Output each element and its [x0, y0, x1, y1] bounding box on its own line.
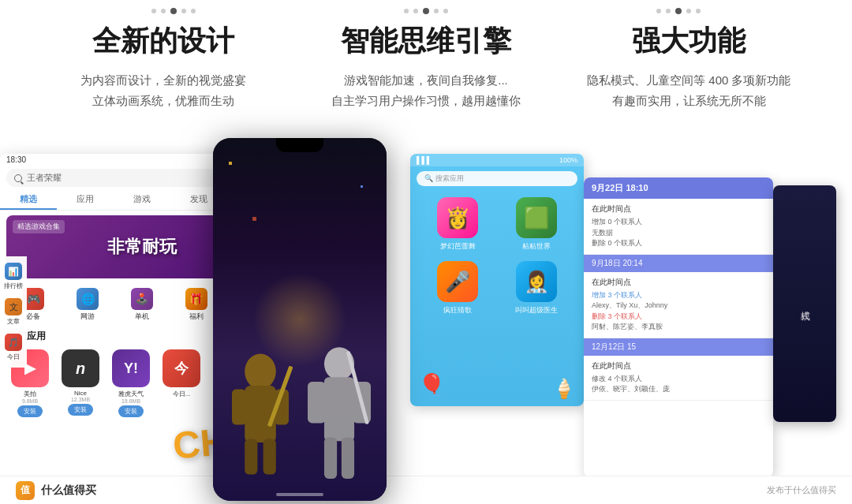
log-header-1: 9月22日 18:10: [584, 177, 773, 199]
rt-app-icon-1: 👸: [437, 197, 478, 238]
dots-left: [151, 8, 196, 14]
log-entry-3-1: 修改 4 个联系人: [592, 374, 765, 385]
dot-r4[interactable]: [686, 9, 691, 13]
tab-games[interactable]: 游戏: [114, 190, 170, 210]
phone-notch: [276, 138, 323, 152]
dot-r5[interactable]: [696, 9, 701, 13]
tab-apps[interactable]: 应用: [57, 190, 114, 210]
log-block-1: 在此时间点 增加 0 个联系人 无数据 删除 0 个联系人: [584, 199, 773, 255]
logo-text: 什么值得买: [41, 483, 96, 498]
dot-c3-active[interactable]: [423, 8, 429, 14]
logo-icon: 值: [16, 481, 35, 500]
sidebar-rank: 📊 排行榜 文 文章 🎵 今日: [0, 256, 27, 368]
article-icon: 文: [5, 298, 22, 315]
dot-c1[interactable]: [404, 9, 409, 13]
dot-5[interactable]: [191, 9, 196, 13]
app-name-meipai: 美拍: [24, 390, 36, 398]
install-btn-yahoo[interactable]: 安装: [118, 405, 144, 417]
col-ai-title: 智能思维引擎: [308, 22, 544, 61]
col-features-desc: 隐私模式、儿童空间等 400 多项新功能 有趣而实用，让系统无所不能: [570, 70, 807, 110]
app-name-today: 今日...: [173, 390, 191, 398]
app-size-yahoo: 19.8MB: [121, 398, 140, 404]
col-design-desc: 为内容而设计，全新的视觉盛宴 立体动画系统，优雅而生动: [45, 70, 282, 110]
cat-icon-online: 🌐: [77, 288, 99, 310]
sidebar-today-item[interactable]: 🎵 今日: [3, 334, 24, 361]
dot-r1[interactable]: [656, 9, 661, 13]
dot-1[interactable]: [151, 9, 156, 13]
log-entry-2-1: 增加 3 个联系人: [592, 290, 765, 301]
today-icon: 🎵: [5, 334, 22, 351]
sidebar-rank-item[interactable]: 📊 排行榜: [3, 263, 24, 290]
rt-search-bar[interactable]: 🔍 搜索应用: [417, 171, 577, 186]
featured-label: 精选游戏合集: [13, 220, 65, 233]
dot-c2[interactable]: [413, 9, 418, 13]
cat-label-essential: 必备: [26, 312, 40, 322]
app-icon-nice: n: [62, 349, 99, 387]
log-block-2: 在此时间点 增加 3 个联系人 Alexy、Tily Xu、Johnny 删除 …: [584, 272, 773, 338]
game-background: [213, 138, 387, 501]
balloon-decoration: 🎈: [418, 372, 446, 398]
dots-indicator: [0, 0, 852, 14]
log-block-3: 在此时间点 修改 4 个联系人 伊依、晓宇、刘颖佳、庞: [584, 356, 773, 401]
log-entry-1-2: 无数据: [592, 228, 765, 239]
rt-signal: ▌▌▌: [417, 156, 432, 164]
particle1: [229, 162, 232, 165]
rt-app-2[interactable]: 🟩 粘粘世界: [502, 197, 571, 252]
rt-app-icon-3: 🎤: [437, 261, 478, 302]
log-entry-2-2: Alexy、Tily Xu、Johnny: [592, 301, 765, 312]
rt-app-name-2: 粘粘世界: [522, 241, 551, 252]
app-nice[interactable]: n Nice 12.3MB 安装: [58, 349, 103, 417]
app-size-meipai: 9.8MB: [22, 398, 38, 404]
publish-text: 发布于什么值得买: [767, 484, 836, 496]
dot-2[interactable]: [161, 9, 166, 13]
today-label: 今日: [7, 353, 20, 361]
icecream-decoration: 🍦: [552, 378, 576, 400]
svg-rect-2: [232, 390, 246, 425]
sidebar-article-item[interactable]: 文 文章: [3, 298, 24, 326]
log-title-1: 在此时间点: [592, 203, 765, 215]
dot-3-active[interactable]: [170, 8, 177, 14]
cat-single[interactable]: 🕹️ 单机: [131, 288, 153, 322]
dot-c4[interactable]: [434, 9, 439, 13]
svg-rect-4: [245, 439, 257, 475]
logo-area: 值 什么值得买: [16, 481, 96, 500]
tab-featured[interactable]: 精选: [0, 190, 57, 210]
cat-welfare[interactable]: 🎁 福利: [185, 288, 207, 322]
svg-rect-5: [263, 439, 276, 475]
dot-c5[interactable]: [443, 9, 448, 13]
install-btn-nice[interactable]: 安装: [68, 404, 93, 416]
rank-label: 排行榜: [4, 282, 23, 290]
col-design-title: 全新的设计: [45, 22, 282, 61]
dot-r3-active[interactable]: [675, 8, 682, 14]
rt-app-3[interactable]: 🎤 疯狂猜歌: [423, 261, 492, 315]
search-text: 王者荣耀: [27, 172, 62, 184]
app-name-nice: Nice: [74, 390, 87, 397]
app-icon-today: 今: [163, 349, 200, 387]
rt-app-4[interactable]: 👩‍⚕️ 叫叫超级医生: [502, 261, 571, 315]
mid-phone: [213, 138, 387, 501]
character1-silhouette: [225, 343, 296, 485]
rt-app-name-4: 叫叫超级医生: [515, 305, 558, 315]
rt-app-1[interactable]: 👸 梦幻芭蕾舞: [423, 197, 492, 252]
rt-apps-grid: 👸 梦幻芭蕾舞 🟩 粘粘世界 🎤 疯狂猜歌 👩‍⚕️ 叫叫超级医生: [410, 191, 584, 322]
dot-r2[interactable]: [666, 9, 671, 13]
log-entry-1-3: 删除 0 个联系人: [592, 238, 765, 249]
svg-rect-8: [324, 377, 354, 441]
app-today[interactable]: 今 今日...: [159, 349, 204, 417]
col-features-title: 强大功能: [570, 22, 807, 61]
rt-battery: 100%: [559, 156, 577, 164]
right-top-screen: ▌▌▌ 100% 🔍 搜索应用 👸 梦幻芭蕾舞 🟩 粘粘世界 🎤 疯狂猜歌 👩‍…: [410, 154, 584, 406]
log-header-2: 9月18日 20:14: [584, 255, 773, 272]
log-title-2: 在此时间点: [592, 277, 765, 288]
cat-online[interactable]: 🌐 网游: [77, 288, 99, 322]
log-entry-1-1: 增加 0 个联系人: [592, 217, 765, 228]
bottom-bar: 值 什么值得买 发布于什么值得买: [0, 476, 852, 504]
svg-point-0: [245, 354, 276, 390]
rt-app-name-1: 梦幻芭蕾舞: [440, 241, 476, 252]
app-icon-yahoo: Y!: [112, 349, 150, 387]
app-yahoo[interactable]: Y! 雅虎天气 19.8MB 安装: [109, 349, 153, 417]
cat-label-online: 网游: [80, 312, 95, 322]
dot-4[interactable]: [181, 9, 186, 13]
log-header-3: 12月12日 15: [584, 338, 773, 356]
install-btn-meipai[interactable]: 安装: [17, 405, 43, 417]
